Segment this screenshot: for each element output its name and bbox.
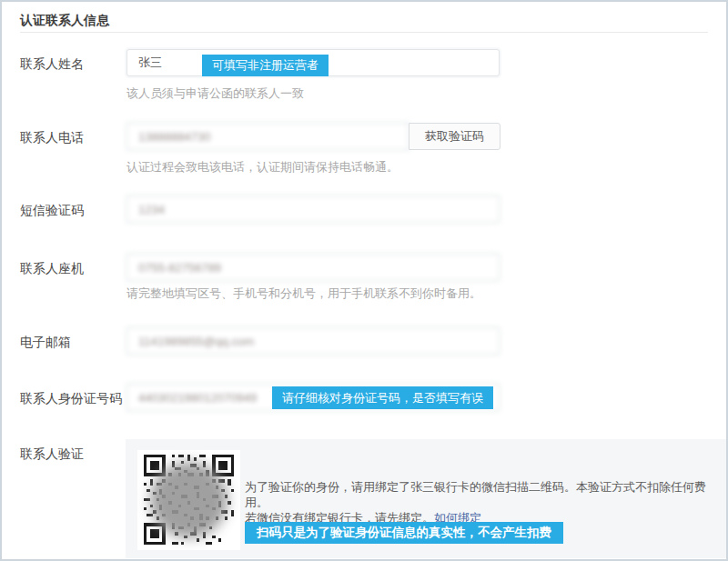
contact-phone-input[interactable]	[126, 123, 409, 150]
contact-verify-label: 联系人验证	[20, 446, 84, 463]
name-helper-text: 该人员须与申请公函的联系人一致	[126, 85, 304, 102]
sms-code-label: 短信验证码	[20, 203, 84, 219]
email-input[interactable]	[126, 327, 500, 355]
certification-contact-form: 认证联系人信息 联系人姓名 可填写非注册运营者 该人员须与申请公函的联系人一致 …	[0, 0, 728, 561]
contact-name-label: 联系人姓名	[20, 56, 84, 73]
email-label: 电子邮箱	[20, 335, 71, 351]
id-number-tooltip: 请仔细核对身份证号码，是否填写有误	[272, 386, 493, 409]
sms-code-input[interactable]	[126, 195, 500, 223]
qr-code-image	[137, 450, 240, 550]
verification-description: 为了验证你的身份，请用绑定了张三银行卡的微信扫描二维码。本验证方式不扣除任何费用…	[245, 479, 718, 526]
verify-desc-line1: 为了验证你的身份，请用绑定了张三银行卡的微信扫描二维码。本验证方式不扣除任何费用…	[245, 480, 706, 509]
phone-helper-text: 认证过程会致电该电话，认证期间请保持电话畅通。	[126, 159, 399, 175]
title-divider	[20, 32, 708, 33]
get-verification-code-button[interactable]: 获取验证码	[409, 123, 500, 150]
contact-phone-label: 联系人电话	[20, 130, 84, 146]
id-number-label: 联系人身份证号码	[20, 391, 122, 407]
scan-notice-banner: 扫码只是为了验证身份证信息的真实性，不会产生扣费	[245, 522, 563, 544]
landline-input[interactable]	[126, 254, 500, 281]
name-tooltip: 可填写非注册运营者	[202, 55, 329, 76]
page-title: 认证联系人信息	[20, 13, 109, 29]
landline-helper-text: 请完整地填写区号、手机号和分机号，用于手机联系不到你时备用。	[126, 286, 481, 302]
verification-panel: 为了验证你的身份，请用绑定了张三银行卡的微信扫描二维码。本验证方式不扣除任何费用…	[126, 439, 726, 558]
qr-blur-overlay	[150, 462, 228, 538]
landline-label: 联系人座机	[20, 261, 84, 277]
